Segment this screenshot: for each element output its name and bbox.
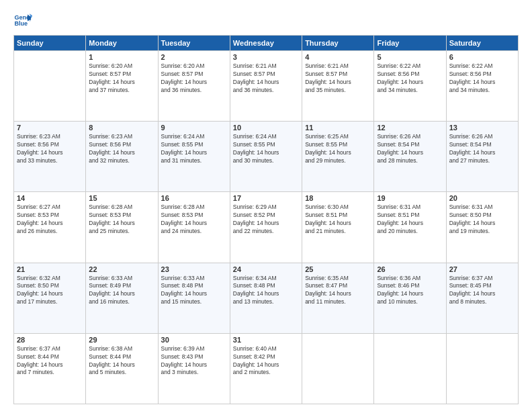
cell-2-4: 18Sunrise: 6:30 AM Sunset: 8:51 PM Dayli… xyxy=(302,192,374,263)
cell-info-25: Sunrise: 6:35 AM Sunset: 8:47 PM Dayligh… xyxy=(305,275,371,307)
header-sunday: Sunday xyxy=(14,36,86,51)
cell-3-5: 26Sunrise: 6:36 AM Sunset: 8:46 PM Dayli… xyxy=(374,263,446,333)
cell-info-24: Sunrise: 6:34 AM Sunset: 8:48 PM Dayligh… xyxy=(233,275,299,307)
cell-info-29: Sunrise: 6:38 AM Sunset: 8:44 PM Dayligh… xyxy=(89,345,154,377)
cell-info-9: Sunrise: 6:24 AM Sunset: 8:55 PM Dayligh… xyxy=(161,133,227,165)
day-number-15: 15 xyxy=(89,194,154,202)
day-number-23: 23 xyxy=(161,265,227,273)
cell-1-4: 11Sunrise: 6:25 AM Sunset: 8:55 PM Dayli… xyxy=(302,122,374,192)
cell-info-17: Sunrise: 6:29 AM Sunset: 8:52 PM Dayligh… xyxy=(233,203,299,236)
cell-4-1: 29Sunrise: 6:38 AM Sunset: 8:44 PM Dayli… xyxy=(86,333,158,404)
page-header: General Blue xyxy=(13,11,519,30)
cell-3-4: 25Sunrise: 6:35 AM Sunset: 8:47 PM Dayli… xyxy=(302,263,374,333)
cell-3-1: 22Sunrise: 6:33 AM Sunset: 8:49 PM Dayli… xyxy=(86,263,158,333)
week-row-5: 28Sunrise: 6:37 AM Sunset: 8:44 PM Dayli… xyxy=(14,333,519,404)
cell-info-18: Sunrise: 6:30 AM Sunset: 8:51 PM Dayligh… xyxy=(305,203,371,236)
cell-info-23: Sunrise: 6:33 AM Sunset: 8:48 PM Dayligh… xyxy=(161,275,227,307)
cell-3-3: 24Sunrise: 6:34 AM Sunset: 8:48 PM Dayli… xyxy=(230,263,302,333)
cell-info-3: Sunrise: 6:21 AM Sunset: 8:57 PM Dayligh… xyxy=(233,62,299,95)
cell-info-27: Sunrise: 6:37 AM Sunset: 8:45 PM Dayligh… xyxy=(449,275,515,307)
day-number-17: 17 xyxy=(233,194,299,202)
header-wednesday: Wednesday xyxy=(230,36,302,51)
cell-1-1: 8Sunrise: 6:23 AM Sunset: 8:56 PM Daylig… xyxy=(86,122,158,192)
logo: General Blue xyxy=(13,11,32,30)
day-number-29: 29 xyxy=(89,336,154,344)
day-number-2: 2 xyxy=(161,53,227,61)
cell-1-3: 10Sunrise: 6:24 AM Sunset: 8:55 PM Dayli… xyxy=(230,122,302,192)
cell-info-15: Sunrise: 6:28 AM Sunset: 8:53 PM Dayligh… xyxy=(89,203,154,236)
cell-4-6 xyxy=(446,333,518,404)
cell-info-6: Sunrise: 6:22 AM Sunset: 8:56 PM Dayligh… xyxy=(449,62,515,95)
day-number-11: 11 xyxy=(305,124,371,132)
day-number-25: 25 xyxy=(305,265,371,273)
day-number-24: 24 xyxy=(233,265,299,273)
cell-2-6: 20Sunrise: 6:31 AM Sunset: 8:50 PM Dayli… xyxy=(446,192,518,263)
day-number-8: 8 xyxy=(89,124,154,132)
cell-info-12: Sunrise: 6:26 AM Sunset: 8:54 PM Dayligh… xyxy=(377,133,443,165)
cell-info-7: Sunrise: 6:23 AM Sunset: 8:56 PM Dayligh… xyxy=(17,133,83,165)
cell-2-3: 17Sunrise: 6:29 AM Sunset: 8:52 PM Dayli… xyxy=(230,192,302,263)
header-friday: Friday xyxy=(374,36,446,51)
cell-info-20: Sunrise: 6:31 AM Sunset: 8:50 PM Dayligh… xyxy=(449,203,515,236)
week-row-2: 7Sunrise: 6:23 AM Sunset: 8:56 PM Daylig… xyxy=(14,122,519,192)
calendar-table: Sunday Monday Tuesday Wednesday Thursday… xyxy=(13,35,519,404)
cell-0-1: 1Sunrise: 6:20 AM Sunset: 8:57 PM Daylig… xyxy=(86,51,158,122)
day-number-16: 16 xyxy=(161,194,227,202)
day-number-28: 28 xyxy=(17,336,83,344)
cell-info-13: Sunrise: 6:26 AM Sunset: 8:54 PM Dayligh… xyxy=(449,133,515,165)
cell-info-26: Sunrise: 6:36 AM Sunset: 8:46 PM Dayligh… xyxy=(377,275,443,307)
cell-0-0 xyxy=(14,51,86,122)
cell-1-6: 13Sunrise: 6:26 AM Sunset: 8:54 PM Dayli… xyxy=(446,122,518,192)
day-number-30: 30 xyxy=(161,336,227,344)
logo-icon: General Blue xyxy=(13,11,32,30)
cell-0-3: 3Sunrise: 6:21 AM Sunset: 8:57 PM Daylig… xyxy=(230,51,302,122)
cell-0-6: 6Sunrise: 6:22 AM Sunset: 8:56 PM Daylig… xyxy=(446,51,518,122)
day-number-7: 7 xyxy=(17,124,83,132)
day-number-18: 18 xyxy=(305,194,371,202)
cell-info-22: Sunrise: 6:33 AM Sunset: 8:49 PM Dayligh… xyxy=(89,275,154,307)
cell-info-5: Sunrise: 6:22 AM Sunset: 8:56 PM Dayligh… xyxy=(377,62,443,95)
day-number-4: 4 xyxy=(305,53,371,61)
cell-1-0: 7Sunrise: 6:23 AM Sunset: 8:56 PM Daylig… xyxy=(14,122,86,192)
day-number-6: 6 xyxy=(449,53,515,61)
day-number-22: 22 xyxy=(89,265,154,273)
header-tuesday: Tuesday xyxy=(158,36,230,51)
cell-info-28: Sunrise: 6:37 AM Sunset: 8:44 PM Dayligh… xyxy=(17,345,83,377)
day-number-26: 26 xyxy=(377,265,443,273)
cell-info-8: Sunrise: 6:23 AM Sunset: 8:56 PM Dayligh… xyxy=(89,133,154,165)
day-number-21: 21 xyxy=(17,265,83,273)
cell-info-10: Sunrise: 6:24 AM Sunset: 8:55 PM Dayligh… xyxy=(233,133,299,165)
week-row-4: 21Sunrise: 6:32 AM Sunset: 8:50 PM Dayli… xyxy=(14,263,519,333)
day-number-14: 14 xyxy=(17,194,83,202)
day-number-19: 19 xyxy=(377,194,443,202)
day-number-1: 1 xyxy=(89,53,154,61)
week-row-3: 14Sunrise: 6:27 AM Sunset: 8:53 PM Dayli… xyxy=(14,192,519,263)
cell-0-2: 2Sunrise: 6:20 AM Sunset: 8:57 PM Daylig… xyxy=(158,51,230,122)
cell-info-11: Sunrise: 6:25 AM Sunset: 8:55 PM Dayligh… xyxy=(305,133,371,165)
weekday-header-row: Sunday Monday Tuesday Wednesday Thursday… xyxy=(14,36,519,51)
cell-2-5: 19Sunrise: 6:31 AM Sunset: 8:51 PM Dayli… xyxy=(374,192,446,263)
cell-info-30: Sunrise: 6:39 AM Sunset: 8:43 PM Dayligh… xyxy=(161,345,227,377)
cell-1-5: 12Sunrise: 6:26 AM Sunset: 8:54 PM Dayli… xyxy=(374,122,446,192)
cell-info-2: Sunrise: 6:20 AM Sunset: 8:57 PM Dayligh… xyxy=(161,62,227,95)
cell-1-2: 9Sunrise: 6:24 AM Sunset: 8:55 PM Daylig… xyxy=(158,122,230,192)
cell-info-19: Sunrise: 6:31 AM Sunset: 8:51 PM Dayligh… xyxy=(377,203,443,236)
cell-info-14: Sunrise: 6:27 AM Sunset: 8:53 PM Dayligh… xyxy=(17,203,83,236)
cell-3-0: 21Sunrise: 6:32 AM Sunset: 8:50 PM Dayli… xyxy=(14,263,86,333)
cell-2-1: 15Sunrise: 6:28 AM Sunset: 8:53 PM Dayli… xyxy=(86,192,158,263)
day-number-3: 3 xyxy=(233,53,299,61)
cell-info-21: Sunrise: 6:32 AM Sunset: 8:50 PM Dayligh… xyxy=(17,275,83,307)
day-number-20: 20 xyxy=(449,194,515,202)
week-row-1: 1Sunrise: 6:20 AM Sunset: 8:57 PM Daylig… xyxy=(14,51,519,122)
day-number-10: 10 xyxy=(233,124,299,132)
header-monday: Monday xyxy=(86,36,158,51)
header-thursday: Thursday xyxy=(302,36,374,51)
svg-text:Blue: Blue xyxy=(14,20,28,27)
cell-info-16: Sunrise: 6:28 AM Sunset: 8:53 PM Dayligh… xyxy=(161,203,227,236)
cell-0-5: 5Sunrise: 6:22 AM Sunset: 8:56 PM Daylig… xyxy=(374,51,446,122)
cell-info-31: Sunrise: 6:40 AM Sunset: 8:42 PM Dayligh… xyxy=(233,345,299,377)
cell-3-6: 27Sunrise: 6:37 AM Sunset: 8:45 PM Dayli… xyxy=(446,263,518,333)
cell-info-1: Sunrise: 6:20 AM Sunset: 8:57 PM Dayligh… xyxy=(89,62,154,95)
cell-3-2: 23Sunrise: 6:33 AM Sunset: 8:48 PM Dayli… xyxy=(158,263,230,333)
cell-4-2: 30Sunrise: 6:39 AM Sunset: 8:43 PM Dayli… xyxy=(158,333,230,404)
